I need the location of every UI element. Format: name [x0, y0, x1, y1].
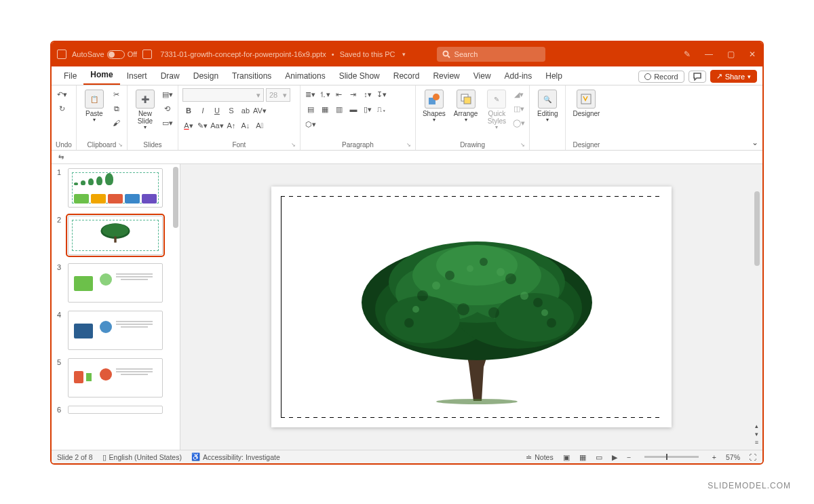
- comments-button[interactable]: [689, 71, 706, 83]
- tab-review[interactable]: Review: [426, 67, 466, 85]
- bullets-button[interactable]: ≣▾: [305, 88, 317, 100]
- justify-button[interactable]: ▬: [347, 103, 360, 115]
- accessibility-button[interactable]: ♿ Accessibility: Investigate: [191, 452, 280, 461]
- tab-slideshow[interactable]: Slide Show: [332, 67, 387, 85]
- record-button[interactable]: Record: [638, 71, 684, 83]
- line-spacing-button[interactable]: ↕▾: [362, 88, 374, 100]
- normal-view-button[interactable]: ▣: [563, 453, 570, 461]
- shadow-button[interactable]: ab: [239, 104, 252, 117]
- search-box[interactable]: Search: [437, 47, 545, 62]
- font-name-dropdown[interactable]: ▾: [182, 88, 264, 102]
- slide-thumbnail-1[interactable]: [68, 168, 163, 208]
- tab-home[interactable]: Home: [83, 66, 119, 85]
- cut-button[interactable]: ✂: [111, 88, 123, 100]
- italic-button[interactable]: I: [197, 104, 209, 117]
- tab-draw[interactable]: Draw: [154, 67, 187, 85]
- indent-dec-button[interactable]: ⇤: [333, 88, 345, 100]
- zoom-slider[interactable]: [644, 456, 699, 458]
- undo-button[interactable]: ↶▾: [56, 88, 68, 100]
- tab-animations[interactable]: Animations: [278, 67, 332, 85]
- shape-effects-button[interactable]: ◯▾: [513, 117, 525, 129]
- smartart-button[interactable]: ⬡▾: [305, 118, 317, 130]
- new-slide-button[interactable]: ➕ New Slide▾: [132, 88, 159, 132]
- language-button[interactable]: ▯ English (United States): [102, 453, 182, 461]
- autosave-label: AutoSave: [72, 50, 104, 58]
- tab-design[interactable]: Design: [187, 67, 225, 85]
- chevron-down-icon[interactable]: ▾: [402, 51, 406, 58]
- thumbnails-scrollbar[interactable]: [173, 167, 178, 228]
- tab-transitions[interactable]: Transitions: [225, 67, 278, 85]
- group-label-font: Font: [182, 140, 296, 149]
- align-left-button[interactable]: ▤: [305, 103, 317, 115]
- redo-button[interactable]: ↻: [56, 102, 68, 115]
- highlight-button[interactable]: ✎▾: [197, 119, 209, 132]
- reset-button[interactable]: ⟲: [161, 102, 174, 115]
- pen-icon[interactable]: ✎: [682, 50, 692, 59]
- tab-addins[interactable]: Add-ins: [498, 67, 539, 85]
- fit-button[interactable]: ⛶: [750, 453, 757, 461]
- canvas-scrollbar[interactable]: [754, 191, 760, 266]
- autosave-toggle[interactable]: AutoSave Off: [72, 50, 137, 59]
- columns-button[interactable]: ▯▾: [362, 103, 374, 115]
- font-size-dropdown[interactable]: 28▾: [266, 88, 290, 102]
- tree-image[interactable]: [341, 228, 613, 404]
- copy-button[interactable]: ⧉: [111, 102, 123, 115]
- reading-view-button[interactable]: ▭: [596, 453, 602, 461]
- tab-record[interactable]: Record: [387, 67, 427, 85]
- sorter-view-button[interactable]: ▦: [579, 453, 586, 461]
- arrange-button[interactable]: Arrange▾: [451, 88, 481, 125]
- save-icon[interactable]: [142, 50, 152, 59]
- tab-insert[interactable]: Insert: [120, 67, 154, 85]
- numbering-button[interactable]: ⒈▾: [319, 88, 331, 100]
- maximize-button[interactable]: ▢: [726, 50, 735, 59]
- editing-button[interactable]: 🔍 Editing▾: [534, 88, 561, 125]
- status-bar: Slide 2 of 8 ▯ English (United States) ♿…: [52, 450, 762, 463]
- tab-help[interactable]: Help: [539, 67, 569, 85]
- toggle-switch-icon[interactable]: [107, 50, 125, 59]
- slide-thumbnail-2[interactable]: [68, 216, 163, 255]
- grow-font-button[interactable]: A↑: [225, 119, 237, 132]
- layout-button[interactable]: ▤▾: [161, 88, 174, 100]
- underline-button[interactable]: U: [211, 104, 223, 117]
- slide-canvas[interactable]: ▴▾≡: [180, 164, 762, 450]
- bold-button[interactable]: B: [182, 104, 195, 117]
- slide-nav-arrows[interactable]: ▴▾≡: [755, 423, 758, 446]
- share-button[interactable]: ↗ Share: [710, 70, 757, 83]
- font-color-button[interactable]: A▾: [182, 119, 195, 132]
- qat-overflow-icon[interactable]: ⇆: [58, 153, 64, 161]
- text-direction-button[interactable]: ↧▾: [376, 88, 388, 100]
- shape-fill-button[interactable]: ◢▾: [513, 88, 525, 100]
- zoom-in-button[interactable]: +: [712, 453, 716, 461]
- slide[interactable]: [271, 187, 672, 427]
- slide-thumbnail-5[interactable]: [68, 358, 163, 398]
- paste-button[interactable]: 📋 Paste▾: [81, 88, 108, 125]
- close-button[interactable]: ✕: [748, 50, 757, 59]
- clear-format-button[interactable]: A⃠: [254, 119, 266, 132]
- format-painter-button[interactable]: 🖌: [111, 117, 123, 129]
- align-center-button[interactable]: ▦: [319, 103, 331, 115]
- align-right-button[interactable]: ▥: [333, 103, 345, 115]
- spacing-button[interactable]: AV▾: [254, 104, 266, 117]
- collapse-ribbon-button[interactable]: ⌄: [752, 138, 758, 147]
- slide-thumbnail-4[interactable]: [68, 311, 163, 350]
- align-text-button[interactable]: ⎍▾: [376, 103, 388, 115]
- tab-view[interactable]: View: [467, 67, 498, 85]
- strike-button[interactable]: S: [225, 104, 237, 117]
- slide-thumbnail-3[interactable]: [68, 263, 163, 303]
- notes-button[interactable]: ≐ Notes: [526, 453, 553, 461]
- slide-thumbnails-panel[interactable]: 1 2: [52, 164, 180, 450]
- group-font: ▾ 28▾ B I U S ab AV▾ A▾ ✎▾ Aa▾ A↑ A↓: [178, 85, 301, 150]
- zoom-out-button[interactable]: −: [627, 453, 631, 461]
- designer-button[interactable]: Designer: [570, 88, 602, 119]
- shape-outline-button[interactable]: ◫▾: [513, 102, 525, 115]
- slide-thumbnail-6[interactable]: [68, 406, 163, 414]
- slideshow-view-button[interactable]: ▶: [612, 453, 617, 461]
- tab-file[interactable]: File: [57, 67, 83, 85]
- minimize-button[interactable]: —: [704, 50, 714, 59]
- shapes-button[interactable]: Shapes▾: [420, 88, 448, 125]
- shrink-font-button[interactable]: A↓: [239, 119, 252, 132]
- change-case-button[interactable]: Aa▾: [211, 119, 223, 132]
- quick-styles-button[interactable]: ✎ Quick Styles▾: [483, 88, 510, 132]
- section-button[interactable]: ▭▾: [161, 117, 174, 129]
- indent-inc-button[interactable]: ⇥: [347, 88, 360, 100]
